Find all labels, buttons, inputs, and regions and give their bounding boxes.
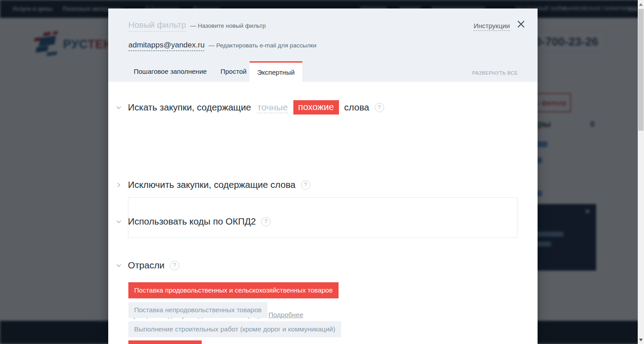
industry-tag-food-supply[interactable]: Поставка продовольственных и сельскохозя… [128, 282, 339, 298]
modal-body: Искать закупки, содержащие точные похожи… [108, 82, 538, 344]
section-okpd-codes: Использовать коды по ОКПД2 ? [115, 216, 271, 227]
page-scrollbar[interactable] [638, 0, 644, 344]
tab-step-by-step[interactable]: Пошаговое заполнение [134, 61, 207, 82]
section-industries: Отрасли ? [115, 260, 179, 271]
scrollbar-thumb[interactable] [638, 9, 644, 131]
chevron-down-icon[interactable] [115, 104, 122, 111]
search-section-title: Искать закупки, содержащие [128, 102, 251, 113]
section-exclude-words: Исключить закупки, содержащие слова ? [115, 179, 310, 190]
industry-tag-nonfood-supply[interactable]: Поставка непродовольственных товаров [128, 302, 267, 318]
industry-tag-construction[interactable]: Выполнение строительных работ (кроме дор… [128, 321, 341, 337]
filter-name-editable[interactable]: Новый фильтр [128, 20, 186, 32]
help-icon[interactable]: ? [170, 261, 179, 270]
chevron-right-icon[interactable] [115, 182, 122, 188]
email-hint: — Редактировать e-mail для рассылки [208, 42, 316, 49]
title-row: Новый фильтр — Назовите новый фильтр [128, 20, 266, 32]
similar-words-toggle[interactable]: похожие [293, 100, 339, 115]
chevron-down-icon[interactable] [115, 218, 122, 225]
section-search-words: Искать закупки, содержащие точные похожи… [115, 100, 384, 115]
email-row: admitapps@yandex.ru — Редактировать e-ma… [128, 41, 316, 51]
screen: Услуги и цены Полезные материалы О Компа… [0, 0, 644, 344]
tab-expert[interactable]: Экспертный [250, 61, 302, 82]
new-filter-modal: Новый фильтр — Назовите новый фильтр Инс… [108, 8, 538, 344]
modal-header: Новый фильтр — Назовите новый фильтр Инс… [108, 8, 538, 82]
filter-name-hint: — Назовите новый фильтр [190, 22, 266, 29]
close-icon[interactable] [516, 19, 526, 29]
help-icon[interactable]: ? [301, 180, 310, 190]
industry-tag-cutoff[interactable] [128, 340, 202, 344]
email-editable[interactable]: admitapps@yandex.ru [128, 41, 204, 51]
okpd-section-title: Использовать коды по ОКПД2 [128, 216, 256, 227]
help-icon[interactable]: ? [261, 217, 271, 226]
exclude-section-title: Исключить закупки, содержащие слова [128, 179, 296, 190]
exact-words-toggle[interactable]: точные [257, 102, 288, 113]
okpd-more-link[interactable]: Подробнее [268, 311, 303, 319]
scrollbar-up-arrow[interactable] [639, 3, 643, 6]
help-icon[interactable]: ? [375, 103, 384, 112]
expand-all-button[interactable]: РАЗВЕРНУТЬ ВСЕ [472, 70, 518, 76]
tab-simple[interactable]: Простой [220, 61, 246, 82]
industries-section-title: Отрасли [128, 260, 165, 271]
words-suffix: слова [344, 102, 369, 113]
tabs-row: Пошаговое заполнение Простой Экспертный … [108, 61, 538, 82]
scrollbar-down-arrow[interactable] [639, 339, 643, 341]
chevron-down-icon[interactable] [115, 262, 122, 269]
instructions-link[interactable]: Инструкции [474, 22, 510, 31]
